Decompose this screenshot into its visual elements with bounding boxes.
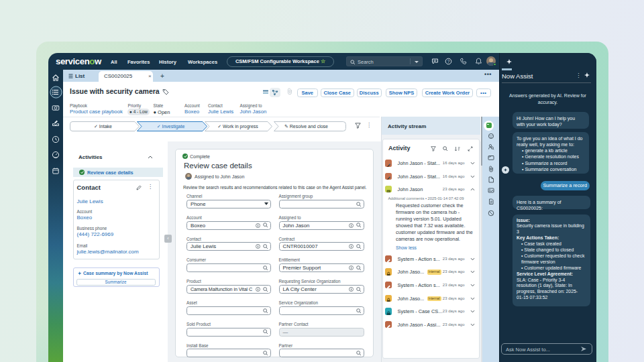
svg-text:✓ Investigate: ✓ Investigate — [156, 124, 184, 129]
svg-text:✎ Resolve and close: ✎ Resolve and close — [284, 124, 327, 129]
svg-text:✓ Work in progress: ✓ Work in progress — [217, 124, 258, 129]
svg-text:✓ Intake: ✓ Intake — [94, 124, 112, 129]
svg-text:?: ? — [447, 59, 450, 64]
